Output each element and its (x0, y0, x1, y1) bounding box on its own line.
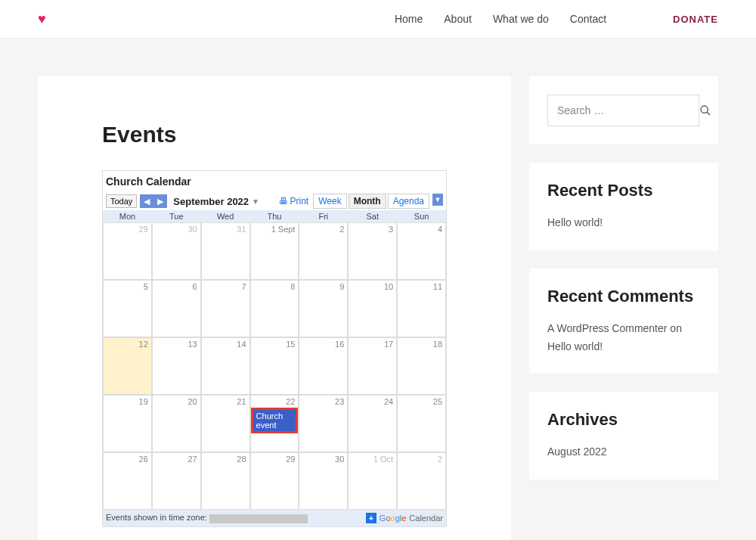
search-widget (529, 76, 718, 144)
calendar-cell[interactable]: 8 (250, 280, 299, 337)
calendar-cell[interactable]: 21 (201, 395, 250, 452)
recent-comments-title: Recent Comments (547, 287, 700, 306)
calendar-cell[interactable]: 3 (348, 222, 397, 280)
print-icon: 🖶 (279, 196, 288, 206)
day-header: Tue (152, 210, 201, 222)
calendar-cell[interactable]: 22Church event (250, 395, 299, 452)
primary-nav: Home About What we do Contact DONATE (395, 13, 718, 25)
print-button[interactable]: 🖶 Print (279, 196, 308, 206)
page-title: Events (102, 122, 447, 147)
day-header: Wed (201, 210, 250, 222)
calendar-cell[interactable]: 20 (152, 395, 201, 452)
calendar-cell[interactable]: 29 (103, 222, 152, 280)
calendar-cell[interactable]: 23 (299, 395, 348, 452)
calendar-cell[interactable]: 17 (348, 337, 397, 395)
nav-what-we-do[interactable]: What we do (493, 13, 549, 25)
calendar: Church Calendar Today ◀ ▶ September 2022… (102, 170, 447, 527)
site-header: ♥ Home About What we do Contact DONATE (0, 0, 756, 39)
calendar-cell[interactable]: 1 Oct (348, 452, 397, 510)
month-label: September 2022 (173, 196, 249, 207)
calendar-day-headers: MonTueWedThuFriSatSun (103, 210, 446, 222)
search-icon (699, 104, 711, 116)
calendar-cell[interactable]: 15 (250, 337, 299, 395)
archive-item[interactable]: August 2022 (547, 443, 700, 461)
view-week-tab[interactable]: Week (313, 194, 346, 209)
day-header: Fri (299, 210, 348, 222)
calendar-cell[interactable]: 31 (201, 222, 250, 280)
calendar-footer: Events shown in time zone: + Google Cale… (103, 510, 446, 526)
calendar-cell[interactable]: 28 (201, 452, 250, 510)
main-content: Events Church Calendar Today ◀ ▶ Septemb… (38, 76, 511, 540)
google-logo-text: Google (380, 514, 407, 523)
timezone-redacted (209, 514, 308, 523)
sidebar: Recent Posts Hello world! Recent Comment… (529, 76, 718, 540)
day-header: Sat (348, 210, 397, 222)
calendar-cell[interactable]: 6 (152, 280, 201, 337)
calendar-cell[interactable]: 9 (299, 280, 348, 337)
view-month-tab[interactable]: Month (349, 194, 386, 209)
calendar-cell[interactable]: 12 (103, 337, 152, 395)
recent-posts-title: Recent Posts (547, 181, 700, 200)
view-agenda-tab[interactable]: Agenda (388, 194, 429, 209)
calendar-cell[interactable]: 19 (103, 395, 152, 452)
svg-line-1 (707, 112, 710, 115)
svg-point-0 (701, 106, 708, 113)
calendar-cell[interactable]: 30 (152, 222, 201, 280)
month-dropdown-icon[interactable]: ▼ (252, 197, 259, 206)
heart-icon[interactable]: ♥ (38, 11, 46, 27)
nav-contact[interactable]: Contact (570, 13, 606, 25)
calendar-toolbar: Today ◀ ▶ September 2022 ▼ 🖶 Print Week … (103, 192, 446, 210)
search-button[interactable] (699, 95, 711, 126)
calendar-cell[interactable]: 14 (201, 337, 250, 395)
archives-title: Archives (547, 410, 700, 430)
calendar-cell[interactable]: 13 (152, 337, 201, 395)
day-header: Thu (250, 210, 299, 222)
calendar-title: Church Calendar (103, 171, 446, 192)
calendar-cell[interactable]: 24 (348, 395, 397, 452)
calendar-event[interactable]: Church event (251, 408, 299, 433)
agenda-dropdown-icon[interactable]: ▼ (432, 194, 443, 206)
calendar-cell[interactable]: 1 Sept (250, 222, 299, 280)
calendar-cell[interactable]: 26 (103, 452, 152, 510)
search-input[interactable] (548, 95, 699, 126)
calendar-cell[interactable]: 5 (103, 280, 152, 337)
recent-comments-widget: Recent Comments A WordPress Commenter on… (529, 268, 718, 374)
calendar-cell[interactable]: 16 (299, 337, 348, 395)
plus-icon: + (366, 513, 376, 523)
calendar-cell[interactable]: 29 (250, 452, 299, 510)
day-header: Sun (397, 210, 446, 222)
calendar-cell[interactable]: 2 (299, 222, 348, 280)
recent-posts-widget: Recent Posts Hello world! (529, 163, 718, 250)
calendar-cell[interactable]: 27 (152, 452, 201, 510)
donate-button[interactable]: DONATE (673, 14, 718, 25)
today-button[interactable]: Today (106, 194, 137, 208)
calendar-badge-label: Calendar (409, 514, 443, 523)
calendar-cell[interactable]: 18 (397, 337, 446, 395)
calendar-cell[interactable]: 30 (299, 452, 348, 510)
calendar-cell[interactable]: 10 (348, 280, 397, 337)
calendar-cell[interactable]: 11 (397, 280, 446, 337)
google-calendar-badge[interactable]: + Google Calendar (366, 513, 443, 523)
print-label: Print (290, 196, 308, 206)
recent-comment-item[interactable]: A WordPress Commenter on Hello world! (547, 320, 700, 356)
timezone-label: Events shown in time zone: (106, 513, 207, 522)
day-header: Mon (103, 210, 152, 222)
archives-widget: Archives August 2022 (529, 392, 718, 479)
calendar-cell[interactable]: 7 (201, 280, 250, 337)
prev-month-button[interactable]: ◀ (140, 194, 153, 208)
calendar-cell[interactable]: 2 (397, 452, 446, 510)
next-month-button[interactable]: ▶ (153, 194, 167, 208)
nav-about[interactable]: About (444, 13, 472, 25)
calendar-cell[interactable]: 25 (397, 395, 446, 452)
recent-post-item[interactable]: Hello world! (547, 214, 700, 232)
nav-home[interactable]: Home (395, 13, 423, 25)
calendar-cell[interactable]: 4 (397, 222, 446, 280)
calendar-grid: 2930311 Sept2345678910111213141516171819… (103, 222, 446, 510)
